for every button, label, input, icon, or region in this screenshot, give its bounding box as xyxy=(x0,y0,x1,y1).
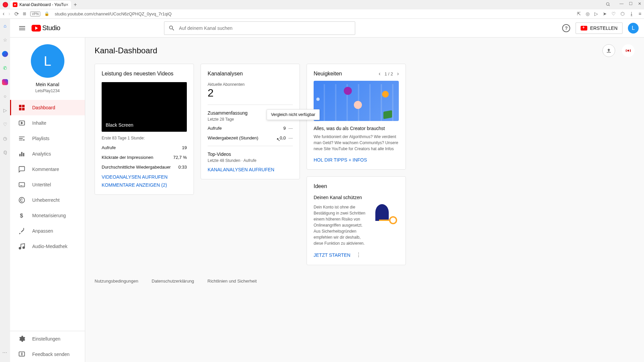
tab-title: Kanal-Dashboard - YouTu xyxy=(19,2,66,7)
download-icon[interactable]: ⭳ xyxy=(629,11,634,16)
grid-icon[interactable]: ⊞ xyxy=(23,11,26,16)
camera-icon[interactable]: ◎ xyxy=(586,11,590,16)
tab-close-icon[interactable]: × xyxy=(66,2,68,7)
tab-bar: Kanal-Dashboard - YouTu × + — ☐ ✕ xyxy=(0,0,644,9)
url-text[interactable]: studio.youtube.com/channel/UCocN6zQPHQZ_… xyxy=(53,11,573,16)
reload-icon[interactable]: ⟳ xyxy=(14,11,19,17)
cube-icon[interactable]: ⬡ xyxy=(621,11,625,16)
share-icon[interactable]: ⇱ xyxy=(577,11,581,16)
url-action-icons: ⇱ ◎ ▷ ➤ ♡ ⬡ ⭳ ≡ xyxy=(577,11,641,16)
url-bar: ‹ › ⟳ ⊞ VPN 🔒 studio.youtube.com/channel… xyxy=(0,9,644,19)
svg-point-0 xyxy=(606,3,609,5)
browser-tab[interactable]: Kanal-Dashboard - YouTu × xyxy=(10,1,71,9)
forward-icon: › xyxy=(8,11,10,17)
browser-chrome: Kanal-Dashboard - YouTu × + — ☐ ✕ ‹ › ⟳ … xyxy=(0,0,644,19)
vpn-badge[interactable]: VPN xyxy=(30,11,41,16)
bookmark-icon[interactable]: ▷ xyxy=(594,11,598,16)
send-icon[interactable]: ➤ xyxy=(603,11,607,16)
menu-icon[interactable]: ≡ xyxy=(639,11,641,16)
svg-line-1 xyxy=(609,5,610,6)
back-icon[interactable]: ‹ xyxy=(3,11,4,17)
new-tab-button[interactable]: + xyxy=(74,2,77,8)
browser-search-icon[interactable] xyxy=(606,2,610,8)
minimize-icon[interactable]: — xyxy=(620,1,624,6)
maximize-icon[interactable]: ☐ xyxy=(629,1,633,6)
window-controls: — ☐ ✕ xyxy=(620,1,641,6)
lock-icon[interactable]: 🔒 xyxy=(44,11,49,16)
youtube-favicon-icon xyxy=(13,2,17,7)
opera-logo-icon[interactable] xyxy=(3,2,8,7)
close-window-icon[interactable]: ✕ xyxy=(638,1,641,6)
heart-icon[interactable]: ♡ xyxy=(611,11,616,16)
